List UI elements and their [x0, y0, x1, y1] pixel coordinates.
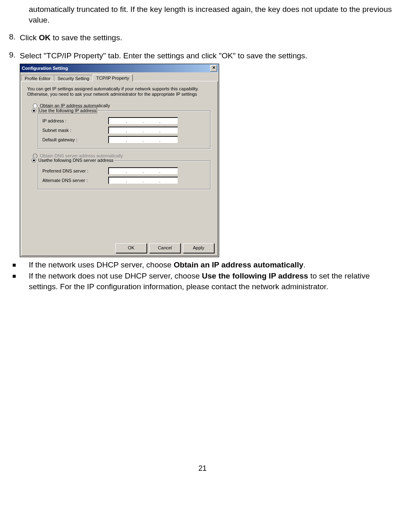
step-number-8: 8.: [9, 32, 20, 43]
label-alternate-dns: Alternate DNS server :: [42, 178, 108, 183]
step8-bold: OK: [39, 33, 51, 42]
group-static-ip: Use the following IP address IP address …: [38, 111, 211, 149]
bullet-icon: ■: [12, 271, 29, 292]
step8-post: to save the settings.: [51, 33, 122, 42]
b2-bold: Use the following IP address: [202, 272, 308, 280]
dialog-titlebar: Configuration Setting ✕: [20, 64, 219, 72]
tab-tcpip-property[interactable]: TCP/IP Property: [93, 74, 133, 81]
step-8-text: Click OK to save the settings.: [20, 32, 401, 43]
group-static-dns: Usethe following DNS server address Pref…: [38, 161, 211, 190]
radio-use-following-ip[interactable]: Use the following IP address: [38, 108, 97, 113]
label-default-gateway: Default gateway :: [42, 137, 108, 142]
dialog-title: Configuration Setting: [22, 66, 68, 71]
body-continuation: automatically truncated to fit. If the k…: [29, 4, 401, 25]
radio-icon[interactable]: [32, 108, 36, 113]
label-subnet-mask: Subnet mask :: [42, 128, 108, 133]
b2-pre: If the network does not use DHCP server,…: [29, 272, 202, 280]
config-dialog: Configuration Setting ✕ Profile Editor S…: [20, 64, 219, 257]
dialog-body: You can get IP settings assigned automat…: [21, 81, 218, 256]
b1-post: .: [303, 260, 305, 269]
label-ip-address: IP address :: [42, 118, 108, 123]
bullet-2-text: If the network does not use DHCP server,…: [29, 271, 401, 292]
bullet-icon: ■: [12, 260, 29, 270]
input-ip-address[interactable]: ...: [108, 117, 178, 124]
input-default-gateway[interactable]: ...: [108, 136, 178, 143]
b1-bold: Obtain an IP address automatically: [174, 260, 303, 269]
step8-pre: Click: [20, 33, 39, 42]
b1-pre: If the network uses DHCP server, choose: [29, 260, 174, 269]
cancel-button[interactable]: Cancel: [149, 243, 181, 253]
radio-use-following-dns[interactable]: Usethe following DNS server address: [38, 158, 113, 163]
close-icon[interactable]: ✕: [210, 65, 217, 71]
step-9-text: Select "TCP/IP Property" tab. Enter the …: [20, 51, 401, 61]
input-alternate-dns[interactable]: ...: [108, 177, 178, 184]
ok-button[interactable]: OK: [116, 243, 147, 253]
input-preferred-dns[interactable]: ...: [108, 167, 178, 175]
radio-icon: [33, 104, 37, 108]
dialog-tabs: Profile Editor Security Setting TCP/IP P…: [20, 72, 219, 81]
radio-icon[interactable]: [32, 158, 36, 163]
label-preferred-dns: Preferred DNS server :: [42, 168, 108, 173]
input-subnet-mask[interactable]: ...: [108, 127, 178, 134]
page-number: 21: [4, 464, 401, 473]
step-number-9: 9.: [9, 51, 20, 61]
bullet-1-text: If the network uses DHCP server, choose …: [29, 260, 401, 270]
radio-icon: [33, 154, 37, 158]
intro-text: You can get IP settings assigned automat…: [27, 86, 213, 98]
apply-button[interactable]: Apply: [183, 243, 214, 253]
